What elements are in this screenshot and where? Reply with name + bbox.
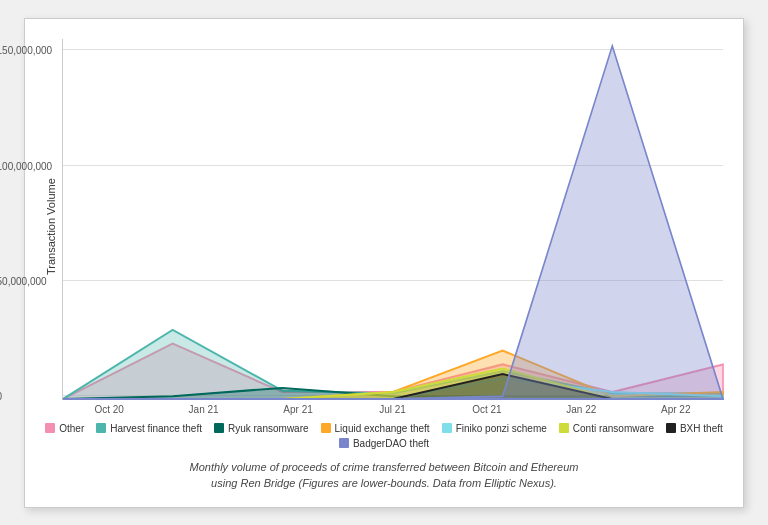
chart-content: $150,000,000 $100,000,000 $50,000,000 $0 — [62, 39, 723, 415]
legend-color-badger — [339, 438, 349, 448]
legend-color-ryuk — [214, 423, 224, 433]
x-label-oct20: Oct 20 — [62, 404, 156, 415]
legend-item-harvest: Harvest finance theft — [96, 423, 202, 434]
legend-label-harvest: Harvest finance theft — [110, 423, 202, 434]
legend-color-bxh — [666, 423, 676, 433]
legend-label-liquid: Liquid exchange theft — [335, 423, 430, 434]
legend-color-finiko — [442, 423, 452, 433]
y-tick-50: $50,000,000 — [0, 275, 47, 286]
legend-item-other: Other — [45, 423, 84, 434]
legend-item-bxh: BXH theft — [666, 423, 723, 434]
legend-item-finiko: Finiko ponzi scheme — [442, 423, 547, 434]
chart-caption: Monthly volume of proceeds of crime tran… — [45, 459, 723, 492]
legend-color-liquid — [321, 423, 331, 433]
x-axis-labels: Oct 20 Jan 21 Apr 21 Jul 21 Oct 21 Jan 2… — [62, 400, 723, 415]
y-axis-label: Transaction Volume — [45, 39, 57, 415]
legend-item-badger: BadgerDAO theft — [339, 438, 429, 449]
x-label-apr22: Apr 22 — [629, 404, 723, 415]
chart-area: Transaction Volume $150,000,000 $100,000… — [45, 39, 723, 415]
legend-color-harvest — [96, 423, 106, 433]
legend: Other Harvest finance theft Ryuk ransomw… — [45, 423, 723, 449]
legend-label-other: Other — [59, 423, 84, 434]
legend-label-conti: Conti ransomware — [573, 423, 654, 434]
x-label-jul21: Jul 21 — [345, 404, 439, 415]
y-tick-150: $150,000,000 — [0, 45, 52, 56]
legend-item-liquid: Liquid exchange theft — [321, 423, 430, 434]
legend-label-badger: BadgerDAO theft — [353, 438, 429, 449]
legend-item-conti: Conti ransomware — [559, 423, 654, 434]
legend-color-other — [45, 423, 55, 433]
x-label-apr21: Apr 21 — [251, 404, 345, 415]
x-label-jan21: Jan 21 — [156, 404, 250, 415]
y-tick-0: $0 — [0, 390, 2, 401]
x-label-jan22: Jan 22 — [534, 404, 628, 415]
legend-item-ryuk: Ryuk ransomware — [214, 423, 309, 434]
grid-plot-area: $150,000,000 $100,000,000 $50,000,000 $0 — [62, 39, 723, 400]
legend-label-finiko: Finiko ponzi scheme — [456, 423, 547, 434]
chart-card: Transaction Volume $150,000,000 $100,000… — [24, 18, 744, 508]
legend-label-ryuk: Ryuk ransomware — [228, 423, 309, 434]
chart-svg — [63, 39, 723, 399]
legend-color-conti — [559, 423, 569, 433]
x-label-oct21: Oct 21 — [440, 404, 534, 415]
y-tick-100: $100,000,000 — [0, 160, 52, 171]
legend-label-bxh: BXH theft — [680, 423, 723, 434]
